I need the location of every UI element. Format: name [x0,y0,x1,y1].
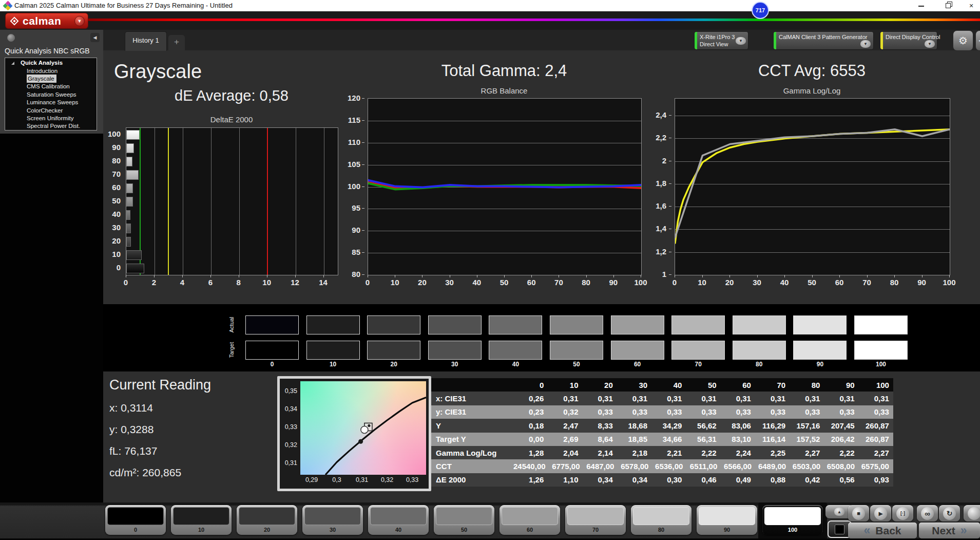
pattern-button-90[interactable]: 90 [697,505,757,535]
display-dropdown[interactable]: Direct Display Control ▼ [880,31,937,50]
table-cell: 2,04 [548,449,582,457]
y-tick [669,252,671,252]
collapse-sidebar-button[interactable]: ◀ [90,33,100,42]
meter-name: X-Rite i1Pro 3 [700,34,735,40]
next-button[interactable]: Next » [919,523,980,538]
table-cell: 0,31 [859,394,893,403]
loop-icon: ∞ [921,507,934,520]
range-button[interactable]: [·] [892,505,913,522]
table-cell: 2,69 [548,435,582,443]
target-swatch-60 [611,341,664,360]
chevron-down-icon[interactable]: ▼ [736,37,746,45]
tab-history-1[interactable]: History 1 [125,31,167,51]
pattern-button-60[interactable]: 60 [499,505,560,535]
tree-root-quick-analysis[interactable]: Quick Analysis [5,58,97,67]
play-button[interactable]: ▶ [870,505,891,522]
table-cell: 0,49 [721,475,755,484]
panel-pin-icon[interactable] [7,34,15,42]
table-cell: 206,42 [824,435,858,443]
y-tick-label: 40 [102,210,121,219]
minimize-button[interactable] [913,0,930,11]
y-tick [669,115,671,116]
rgb-balance-x-axis: 0102030405060708090100 [368,275,641,287]
sidebar-item-grayscale[interactable]: Grayscale [27,75,56,82]
pattern-button-100[interactable]: 100 [762,505,823,535]
cie-x-tick-label: 0,32 [381,476,393,483]
gridline [324,128,324,275]
target-swatch-50 [550,341,603,360]
pattern-button-20[interactable]: 20 [237,505,297,535]
pattern-button-10[interactable]: 10 [171,505,232,535]
sidebar-item-colorchecker[interactable]: ColorChecker [27,106,64,114]
x-tick-label: 12 [291,278,299,287]
app-icon [4,2,12,10]
brand-name: calman [23,15,61,27]
x-tick [867,275,868,277]
pattern-swatch [239,507,295,525]
x-tick-label: 50 [808,278,816,287]
pattern-window-icon [835,525,844,534]
table-cell: 6578,00 [618,462,652,471]
back-button[interactable]: « Back [848,523,917,538]
meter-id-badge[interactable]: 717 [752,2,769,19]
gridline [239,128,240,275]
rgb-balance-y-axis: 80859095100105110115120 [342,98,364,274]
sidebar-item-spectral-power-dist[interactable]: Spectral Power Dist. [27,122,82,130]
y-tick [669,183,671,184]
table-cell: 34,29 [651,421,686,430]
sidebar-item-cms-calibration[interactable]: CMS Calibration [27,83,71,90]
y-tick [362,142,364,143]
sidebar-item-screen-uniformity[interactable]: Screen Uniformity [27,114,75,122]
pattern-swatch [107,507,164,525]
table-cell: 0,31 [790,394,824,403]
table-cell: 0,26 [513,394,548,403]
chevron-down-icon[interactable]: ▼ [860,40,871,48]
chevron-down-icon[interactable]: ▼ [925,40,935,48]
pattern-button-30[interactable]: 30 [302,505,363,535]
table-cell: 0,31 [755,394,790,403]
strip-level-label: 20 [367,361,420,368]
y-tick [362,252,364,253]
actual-swatch-100 [854,315,908,334]
source-name: CalMAN Client 3 Pattern Generator [779,33,867,41]
y-tick-label: 85 [342,248,360,257]
pattern-swatch [567,507,624,525]
loop-button[interactable]: ∞ [917,505,938,522]
add-tab-button[interactable]: + [168,35,185,50]
source-dropdown[interactable]: CalMAN Client 3 Pattern Generator ▼ [773,31,874,50]
strip-level-label: 60 [611,361,664,368]
meter-dropdown[interactable]: X-Rite i1Pro 3 Direct View ▼ [694,31,748,50]
sidebar-lower-area [0,134,103,502]
restore-button[interactable] [939,0,957,11]
table-cell: 2,25 [755,449,790,457]
bar [126,130,140,140]
bar [126,197,133,207]
chevron-down-icon[interactable]: ▼ [74,16,85,26]
pattern-button-70[interactable]: 70 [565,505,626,535]
cct-average-value: CCT Avg: 6553 [675,62,949,80]
calman-menu-button[interactable]: calman ▼ [5,13,88,29]
pattern-button-80[interactable]: 80 [631,505,691,535]
cie-y-tick-label: 0,34 [282,405,297,413]
pattern-button-40[interactable]: 40 [368,505,429,535]
y-tick-label: 95 [342,203,360,213]
collapse-right-panel-button[interactable]: ◀ [975,30,980,51]
y-tick-label: 80 [342,270,360,279]
y-tick-label: 50 [102,196,121,206]
row-label: ΔE 2000 [431,475,513,484]
stop-button[interactable]: ■ [848,505,869,522]
status-light-button[interactable] [964,505,980,522]
table-cell: 116,14 [755,435,790,443]
y-tick [362,98,364,99]
sidebar-item-introduction[interactable]: Introduction [27,67,59,75]
settings-button[interactable]: ⚙ [953,30,973,51]
column-header: 80 [790,381,824,389]
tree-expander-icon[interactable] [11,62,14,65]
sidebar-item-saturation-sweeps[interactable]: Saturation Sweeps [27,90,78,98]
pattern-button-0[interactable]: 0 [105,505,166,535]
close-button[interactable]: × [963,0,980,11]
sidebar-item-luminance-sweeps[interactable]: Luminance Sweeps [27,99,80,106]
refresh-button[interactable]: ↻ [939,505,960,522]
pattern-button-50[interactable]: 50 [434,505,494,535]
x-tick-label: 90 [917,278,926,287]
